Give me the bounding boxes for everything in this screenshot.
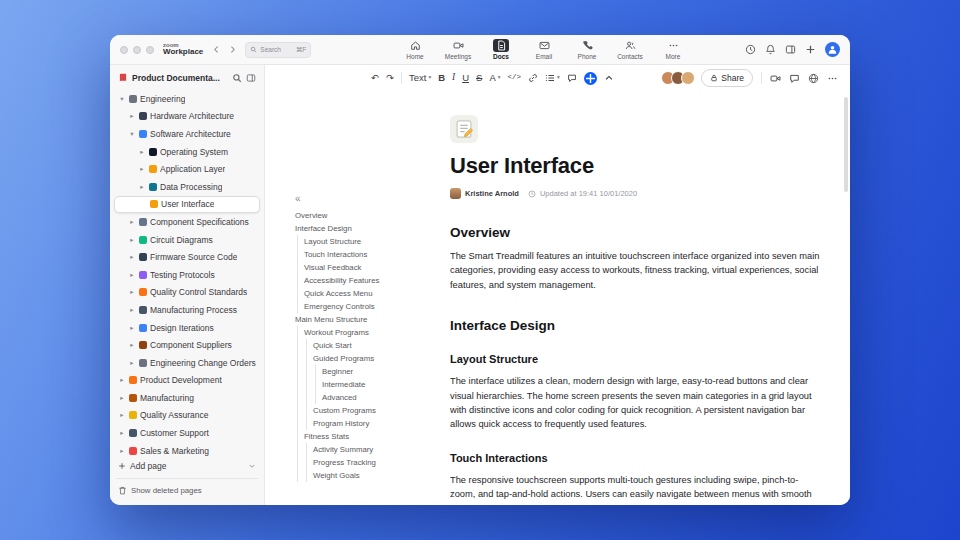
chevron-right-icon[interactable]: ▸ <box>118 447 126 455</box>
minimize-button[interactable] <box>133 46 141 54</box>
tree-item[interactable]: ▸ Operating System <box>114 143 260 161</box>
outline-item[interactable]: Workout Programs <box>295 326 450 339</box>
chevron-right-icon[interactable]: ▸ <box>118 394 126 402</box>
underline-button[interactable]: U <box>462 73 469 83</box>
show-deleted-pages-button[interactable]: Show deleted pages <box>116 482 258 498</box>
chevron-down-icon[interactable]: ▾ <box>118 95 126 103</box>
tree-item[interactable]: ▸ Sales & Marketing <box>114 442 260 456</box>
nav-tab-more[interactable]: More <box>656 39 690 60</box>
collapse-outline-icon[interactable]: « <box>295 193 450 206</box>
tree-item[interactable]: ▸ Testing Protocols <box>114 266 260 284</box>
chevron-right-icon[interactable]: ▸ <box>128 288 136 296</box>
collaborator-avatar[interactable] <box>681 71 695 85</box>
chevron-right-icon[interactable]: ▸ <box>138 148 146 156</box>
chevron-right-icon[interactable]: ▸ <box>138 183 146 191</box>
chevron-down-icon[interactable] <box>248 462 256 470</box>
chat-button[interactable] <box>789 73 800 84</box>
doc-scrollbar[interactable] <box>844 97 848 192</box>
italic-button[interactable]: I <box>452 73 455 83</box>
add-page-button[interactable]: Add page <box>116 457 258 475</box>
chevron-right-icon[interactable]: ▸ <box>128 112 136 120</box>
outline-item[interactable]: Guided Programs <box>295 352 450 365</box>
tree-item[interactable]: ▸ Firmware Source Code <box>114 248 260 266</box>
chevron-right-icon[interactable]: ▸ <box>138 165 146 173</box>
search-input[interactable]: Search ⌘F <box>245 42 311 58</box>
tree-item[interactable]: ▸ Design Iterations <box>114 319 260 337</box>
outline-item[interactable]: Beginner <box>295 365 450 378</box>
strikethrough-button[interactable]: S <box>476 73 482 83</box>
text-color-button[interactable]: A▾ <box>489 73 500 83</box>
bell-button[interactable] <box>765 44 776 55</box>
chevron-right-icon[interactable]: ▸ <box>128 271 136 279</box>
back-button[interactable] <box>212 45 221 54</box>
user-avatar[interactable] <box>825 42 840 57</box>
globe-button[interactable] <box>808 73 819 84</box>
outline-item[interactable]: Intermediate <box>295 378 450 391</box>
share-button[interactable]: Share <box>701 69 753 87</box>
outline-item[interactable]: Weight Goals <box>295 469 450 482</box>
outline-item[interactable]: Quick Access Menu <box>295 287 450 300</box>
comment-button[interactable] <box>567 73 577 83</box>
undo-button[interactable]: ↶ <box>371 73 379 83</box>
nav-tab-meetings[interactable]: Meetings <box>441 39 475 60</box>
outline-item[interactable]: Touch Interactions <box>295 248 450 261</box>
tree-item[interactable]: ▸ Quality Assurance <box>114 407 260 425</box>
list-button[interactable]: ▾ <box>545 73 560 83</box>
clock-button[interactable] <box>745 44 756 55</box>
outline-item[interactable]: Fitness Stats <box>295 430 450 443</box>
outline-item[interactable]: Activity Summary <box>295 443 450 456</box>
inline-code-button[interactable]: </> <box>508 74 522 82</box>
tree-item[interactable]: ▸ Manufacturing Process <box>114 301 260 319</box>
outline-item[interactable]: Advanced <box>295 391 450 404</box>
chevron-right-icon[interactable]: ▸ <box>118 429 126 437</box>
plus-button[interactable] <box>805 44 816 55</box>
dots-button[interactable] <box>827 73 838 84</box>
text-style-button[interactable]: Text▾ <box>409 73 431 83</box>
outline-item[interactable]: Program History <box>295 417 450 430</box>
tree-item[interactable]: ▸ Quality Control Standards <box>114 284 260 302</box>
chevron-right-icon[interactable]: ▸ <box>128 341 136 349</box>
tree-item[interactable]: User Interface <box>114 196 260 214</box>
outline-item[interactable]: Visual Feedback <box>295 261 450 274</box>
outline-item[interactable]: Main Menu Structure <box>295 313 450 326</box>
tree-item[interactable]: ▸ Component Suppliers <box>114 336 260 354</box>
tree-item[interactable]: ▸ Product Development <box>114 372 260 390</box>
tree-item[interactable]: ▾ Software Architecture <box>114 125 260 143</box>
chevron-right-icon[interactable]: ▸ <box>118 411 126 419</box>
chevron-right-icon[interactable]: ▸ <box>128 218 136 226</box>
tree-item[interactable]: ▸ Data Processing <box>114 178 260 196</box>
sidebar-collapse-icon[interactable] <box>246 73 256 83</box>
outline-item[interactable]: Custom Programs <box>295 404 450 417</box>
outline-item[interactable]: Quick Start <box>295 339 450 352</box>
nav-tab-contacts[interactable]: Contacts <box>613 39 647 60</box>
doc-emoji-icon[interactable] <box>450 115 478 143</box>
chevron-right-icon[interactable]: ▸ <box>128 306 136 314</box>
tree-item[interactable]: ▸ Manufacturing <box>114 389 260 407</box>
nav-tab-home[interactable]: Home <box>398 39 432 60</box>
maximize-button[interactable] <box>146 46 154 54</box>
bold-button[interactable]: B <box>438 73 445 83</box>
chevron-right-icon[interactable]: ▸ <box>128 324 136 332</box>
tree-item[interactable]: ▸ Circuit Diagrams <box>114 231 260 249</box>
outline-item[interactable]: Layout Structure <box>295 235 450 248</box>
nav-tab-phone[interactable]: Phone <box>570 39 604 60</box>
forward-button[interactable] <box>228 45 237 54</box>
outline-item[interactable]: Accessibility Features <box>295 274 450 287</box>
tree-item[interactable]: ▸ Engineering Change Orders <box>114 354 260 372</box>
chevron-right-icon[interactable]: ▸ <box>128 359 136 367</box>
redo-button[interactable]: ↷ <box>386 73 394 83</box>
tree-item[interactable]: ▸ Hardware Architecture <box>114 108 260 126</box>
chevron-right-icon[interactable]: ▸ <box>128 236 136 244</box>
tree-item[interactable]: ▸ Application Layer <box>114 160 260 178</box>
chevron-right-icon[interactable]: ▸ <box>118 376 126 384</box>
chevron-right-icon[interactable]: ▸ <box>128 253 136 261</box>
outline-item[interactable]: Interface Design <box>295 222 450 235</box>
tree-item[interactable]: ▸ Customer Support <box>114 424 260 442</box>
outline-item[interactable]: Overview <box>295 209 450 222</box>
panel-button[interactable] <box>785 44 796 55</box>
insert-button[interactable] <box>584 72 597 85</box>
nav-tab-email[interactable]: Email <box>527 39 561 60</box>
tree-item[interactable]: ▸ Component Specifications <box>114 213 260 231</box>
close-button[interactable] <box>120 46 128 54</box>
outline-item[interactable]: Progress Tracking <box>295 456 450 469</box>
